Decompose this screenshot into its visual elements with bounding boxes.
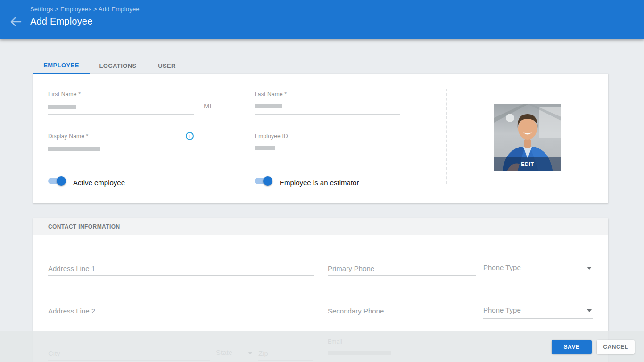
cancel-button[interactable]: CANCEL (597, 340, 635, 354)
first-name-value-bar (48, 105, 76, 109)
active-employee-label: Active employee (73, 179, 125, 187)
info-icon[interactable]: i (186, 132, 194, 140)
employee-id-field[interactable] (255, 156, 400, 156)
middle-initial-input[interactable] (204, 102, 244, 113)
toggle-thumb (263, 176, 272, 186)
secondary-phone-input[interactable] (328, 307, 476, 318)
last-name-value-bar (255, 104, 282, 108)
toggle-thumb (57, 176, 66, 186)
active-employee-toggle[interactable] (48, 178, 65, 184)
primary-phone-input[interactable] (328, 264, 476, 276)
estimator-toggle[interactable] (255, 178, 272, 184)
phone-type-2-dropdown[interactable]: Phone Type (483, 306, 593, 319)
first-name-field[interactable] (48, 114, 194, 115)
tab-bar: EMPLOYEE LOCATIONS USER (33, 58, 188, 74)
phone-type-2-value: Phone Type (483, 306, 521, 314)
tab-locations[interactable]: LOCATIONS (90, 58, 146, 74)
vertical-divider (446, 89, 447, 184)
save-button[interactable]: SAVE (552, 340, 592, 354)
phone-type-1-dropdown[interactable]: Phone Type (483, 263, 593, 276)
phone-type-1-value: Phone Type (483, 263, 521, 272)
chevron-down-icon (587, 267, 592, 270)
estimator-label: Employee is an estimator (280, 179, 359, 187)
app-header: Settings > Employees > Add Employee Add … (0, 0, 644, 39)
display-name-field[interactable] (48, 156, 194, 156)
display-name-value-bar (48, 147, 100, 151)
action-bar: SAVE CANCEL (0, 331, 644, 362)
arrow-left-icon (9, 23, 23, 30)
employee-form-card: First Name * Last Name * Display Name * … (33, 74, 608, 203)
photo-edit-button[interactable]: EDIT (494, 157, 561, 171)
last-name-label: Last Name * (255, 91, 287, 98)
first-name-label: First Name * (48, 91, 81, 98)
employee-photo[interactable]: EDIT (494, 104, 561, 171)
address-line-1-input[interactable] (48, 264, 314, 276)
display-name-label: Display Name * (48, 133, 89, 140)
contact-section-header: CONTACT INFORMATION (33, 218, 608, 235)
tab-employee[interactable]: EMPLOYEE (33, 58, 90, 74)
employee-id-value-bar (255, 146, 275, 150)
tab-user[interactable]: USER (146, 58, 188, 74)
back-button[interactable] (8, 15, 24, 30)
chevron-down-icon (587, 309, 592, 312)
address-line-2-input[interactable] (48, 307, 314, 318)
contact-section-title: CONTACT INFORMATION (48, 218, 120, 235)
employee-id-label: Employee ID (255, 133, 288, 140)
breadcrumb: Settings > Employees > Add Employee (30, 6, 140, 13)
page-title: Add Employee (30, 16, 92, 27)
last-name-field[interactable] (255, 114, 400, 115)
